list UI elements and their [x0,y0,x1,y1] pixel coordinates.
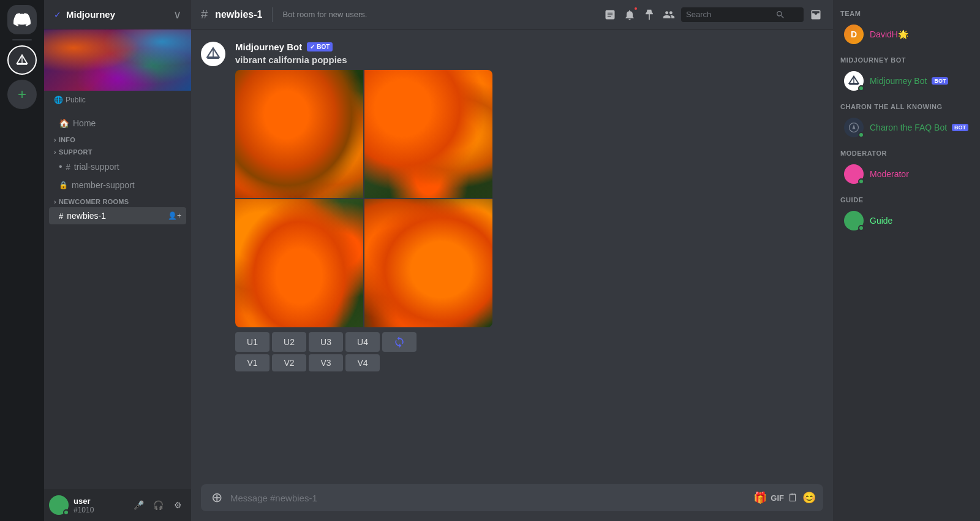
gif-icon[interactable]: GIF [771,493,784,503]
moderator-section-title: MODERATOR [840,150,973,157]
charon-bot-badge: BOT [952,124,968,131]
server-icon-discord[interactable] [7,5,37,34]
image-cell-q4 [364,199,492,327]
messages-area: Midjourney Bot ✓ BOT vibrant california … [191,29,833,484]
category-support[interactable]: › SUPPORT [44,145,191,157]
input-icons: 🎁 GIF 🗒 😊 [753,491,816,504]
channel-sidebar: ✓ Midjourney ∨ 🌐 Public 🏠 Home › INFO › … [44,0,191,521]
charon-name-wrapper: Charon the FAQ Bot BOT [870,123,968,132]
header-icons [603,7,823,22]
mj-bot-section-title: MIDJOURNEY BOT [840,56,973,64]
user-avatar [49,495,69,515]
message-author: Midjourney Bot [235,42,302,52]
globe-icon: 🌐 [54,96,63,104]
inbox-button[interactable] [809,7,823,22]
mj-bot-username: Midjourney Bot [870,76,927,86]
mod-online-dot [858,178,864,184]
moderator-username: Moderator [870,169,909,179]
server-divider [12,39,32,40]
variation-4-button[interactable]: V4 [345,354,380,371]
microphone-button[interactable]: 🎤 [130,496,147,514]
hash-icon: # [59,211,63,221]
variation-buttons-row: V1 V2 V3 V4 [235,354,823,371]
search-input[interactable] [686,10,772,19]
home-icon: 🏠 [59,118,69,128]
notification-dot [633,6,638,11]
team-avatar: D [844,25,864,44]
mj-bot-item[interactable]: Midjourney Bot BOT [840,69,973,93]
notifications-button[interactable] [622,7,637,22]
right-sidebar: TEAM D DavidH🌟 MIDJOURNEY BOT Midjourney… [833,0,980,521]
team-user-item[interactable]: D DavidH🌟 [840,22,973,47]
main-content: # newbies-1 Bot room for new users. [191,0,833,521]
image-cell-q3 [235,199,363,327]
user-controls: 🎤 🎧 ⚙ [130,496,186,514]
bot-avatar [201,42,225,66]
moderator-item[interactable]: Moderator [840,162,973,186]
variation-2-button[interactable]: V2 [272,354,306,371]
message-input[interactable] [230,493,748,503]
server-add-button[interactable]: + [7,80,37,109]
upscale-3-button[interactable]: U3 [309,332,343,352]
bot-badge: ✓ BOT [307,42,333,51]
channel-newbies-1[interactable]: # newbies-1 👤+ [49,207,186,224]
server-icon-midjourney[interactable] [7,45,37,75]
search-bar[interactable] [681,7,804,22]
charon-item[interactable]: Charon the FAQ Bot BOT [840,115,973,140]
locked-icon: 🔒 [59,181,68,189]
channel-trial-support[interactable]: • # trial-support [49,158,186,176]
channel-home[interactable]: 🏠 Home [49,115,186,132]
upscale-1-button[interactable]: U1 [235,332,270,352]
team-username: DavidH🌟 [870,29,908,39]
channel-topic: Bot room for new users. [282,10,367,19]
user-info: user #1010 [74,496,125,514]
charon-avatar [844,118,864,137]
svg-marker-10 [853,124,856,129]
hash-icon: • [59,161,62,172]
user-online-dot [63,509,69,515]
guide-section-title: GUIDE [840,196,973,203]
server-banner [44,29,191,91]
upscale-2-button[interactable]: U2 [272,332,306,352]
mj-bot-name-wrapper: Midjourney Bot BOT [870,76,948,86]
upscale-4-button[interactable]: U4 [345,332,380,352]
message-input-area: ⊕ 🎁 GIF 🗒 😊 [191,484,833,521]
chevron-right-icon: › [54,136,56,143]
channel-header-name: newbies-1 [215,9,262,20]
variation-3-button[interactable]: V3 [309,354,343,371]
members-button[interactable] [662,7,676,22]
variation-1-button[interactable]: V1 [235,354,270,371]
message-text: vibrant california poppies [235,55,823,65]
message-input-box: ⊕ 🎁 GIF 🗒 😊 [201,484,823,511]
channel-member-support[interactable]: 🔒 member-support [49,177,186,194]
emoji-icon[interactable]: 😊 [802,491,816,504]
refresh-button[interactable] [382,332,417,352]
message-content: Midjourney Bot ✓ BOT vibrant california … [235,42,823,374]
server-header[interactable]: ✓ Midjourney ∨ [44,0,191,29]
server-sidebar: + [0,0,44,521]
guide-item[interactable]: Guide [840,208,973,233]
mj-bot-online-dot [858,85,864,91]
settings-button[interactable]: ⚙ [169,496,186,514]
guide-online-dot [858,225,864,231]
sticker-icon[interactable]: 🗒 [788,492,799,504]
category-info[interactable]: › INFO [44,132,191,145]
channel-hash-icon: # [201,7,208,21]
pins-button[interactable] [642,7,657,22]
guide-avatar [844,211,864,230]
header-divider [272,7,273,22]
server-public-tag: 🌐 Public [44,91,191,109]
guide-username: Guide [870,216,892,226]
gift-icon[interactable]: 🎁 [753,491,767,504]
upscale-buttons-row: U1 U2 U3 U4 [235,332,823,352]
username: user [74,496,125,506]
attach-button[interactable]: ⊕ [208,489,225,506]
channel-header: # newbies-1 Bot room for new users. [191,0,833,29]
mj-bot-avatar [844,71,864,91]
chevron-right-icon: › [54,198,56,205]
category-newcomer-rooms[interactable]: › NEWCOMER ROOMS [44,194,191,207]
moderator-avatar [844,164,864,184]
threads-button[interactable] [603,7,617,22]
image-cell-q1 [235,70,363,198]
headset-button[interactable]: 🎧 [149,496,167,514]
